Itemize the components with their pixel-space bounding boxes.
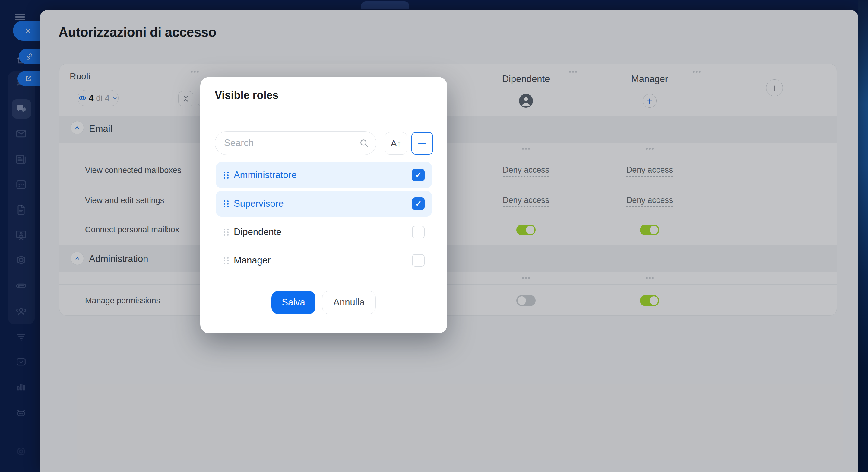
role-checkbox[interactable]	[412, 197, 425, 210]
role-checkbox[interactable]	[412, 254, 425, 267]
save-button[interactable]: Salva	[272, 291, 315, 314]
role-list-item[interactable]: Supervisore	[216, 191, 432, 217]
sort-az-icon: A↑	[391, 138, 401, 148]
role-name: Supervisore	[234, 198, 283, 209]
drag-handle-icon[interactable]	[224, 200, 225, 202]
role-name: Dipendente	[234, 227, 282, 237]
search-icon	[360, 139, 369, 148]
drag-handle-icon[interactable]	[224, 257, 225, 259]
minus-icon	[418, 143, 426, 144]
drag-handle-icon[interactable]	[224, 172, 225, 173]
role-list-item[interactable]: Dipendente	[216, 219, 432, 245]
search-field-wrap	[215, 131, 376, 155]
role-list-item[interactable]: Amministratore	[216, 162, 432, 188]
visible-roles-modal: Visible roles A↑ Amministratore Supervis…	[200, 77, 447, 333]
role-name: Amministratore	[234, 170, 297, 180]
search-input[interactable]	[215, 131, 376, 155]
deselect-all-button[interactable]	[411, 132, 433, 154]
drag-handle-icon[interactable]	[224, 229, 225, 230]
role-checkbox[interactable]	[412, 169, 425, 181]
modal-title: Visible roles	[215, 89, 278, 102]
role-name: Manager	[234, 255, 271, 266]
role-checkbox[interactable]	[412, 226, 425, 238]
cancel-button[interactable]: Annulla	[322, 291, 376, 314]
sort-alphabetically-button[interactable]: A↑	[385, 132, 407, 154]
role-list-item[interactable]: Manager	[216, 247, 432, 273]
